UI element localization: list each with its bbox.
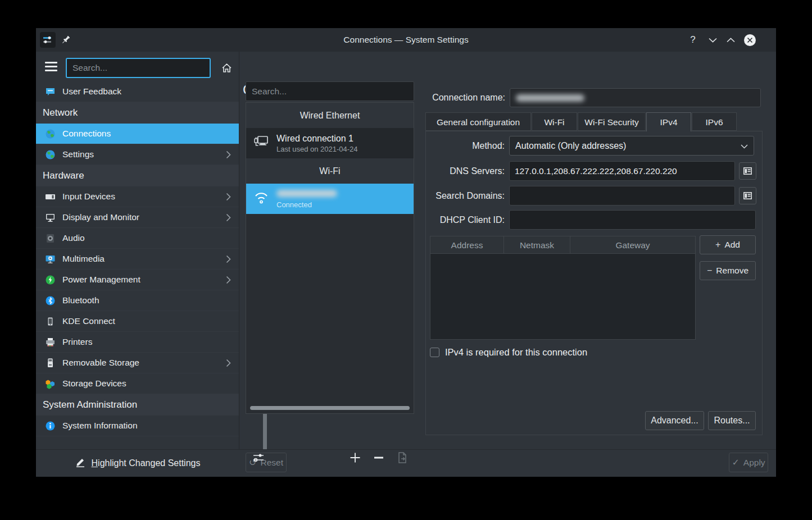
- wired-network-icon: [253, 134, 270, 152]
- search-domains-input[interactable]: [509, 186, 735, 206]
- apply-button[interactable]: ✓Apply: [729, 453, 768, 472]
- tab-wifi[interactable]: Wi-Fi: [532, 112, 577, 131]
- connection-title: Wired connection 1: [276, 134, 358, 144]
- check-icon: ✓: [732, 457, 739, 468]
- power-icon: [45, 275, 56, 285]
- sidebar-section-network: Network: [36, 102, 239, 124]
- sidebar-item-network-settings[interactable]: Settings: [36, 144, 239, 165]
- feedback-icon: [45, 86, 56, 97]
- routes-button[interactable]: Routes...: [708, 411, 756, 430]
- sidebar-section-hardware: Hardware: [36, 165, 239, 186]
- globe-icon: [45, 129, 56, 139]
- ipv4-required-checkbox-row[interactable]: IPv4 is required for this connection: [430, 347, 587, 358]
- connection-subtitle: Connected: [276, 200, 337, 209]
- sidebar-item-connections[interactable]: Connections: [36, 124, 239, 144]
- column-gateway: Gateway: [570, 236, 696, 254]
- addresses-table-header: Address Netmask Gateway: [430, 236, 696, 254]
- remove-connection-icon[interactable]: [371, 450, 386, 465]
- phone-icon: [45, 316, 56, 327]
- connection-search-input[interactable]: [246, 81, 414, 101]
- group-header-wired: Wired Ethernet: [246, 103, 414, 128]
- sidebar-search-input[interactable]: [66, 58, 211, 78]
- titlebar[interactable]: Connections — System Settings ?: [36, 28, 776, 52]
- configure-connection-icon[interactable]: [251, 450, 266, 465]
- tab-wifi-security[interactable]: Wi-Fi Security: [578, 112, 646, 131]
- checkbox-unchecked[interactable]: [430, 348, 439, 357]
- menu-icon[interactable]: [45, 62, 57, 71]
- minimize-button[interactable]: [705, 33, 720, 47]
- list-edit-icon: [743, 167, 752, 175]
- sidebar-item-system-information[interactable]: System Information: [36, 416, 239, 436]
- panel-divider: [239, 52, 239, 449]
- dhcp-client-id-label: DHCP Client ID:: [429, 210, 505, 230]
- chevron-right-icon: [226, 276, 231, 286]
- method-label: Method:: [429, 136, 505, 156]
- bluetooth-icon: [45, 295, 56, 306]
- close-icon: [744, 34, 756, 46]
- dns-servers-label: DNS Servers:: [429, 161, 505, 181]
- addresses-table-body[interactable]: [430, 254, 696, 340]
- plus-icon: +: [715, 240, 720, 250]
- close-button[interactable]: [742, 33, 757, 47]
- chevron-down-icon: [741, 141, 748, 151]
- add-address-button[interactable]: +Add: [700, 235, 756, 254]
- dns-servers-input[interactable]: [509, 161, 735, 181]
- speaker-icon: [45, 233, 56, 244]
- column-address: Address: [430, 236, 504, 254]
- ipv4-required-label: IPv4 is required for this connection: [445, 347, 587, 358]
- multimedia-icon: [45, 254, 56, 264]
- connection-item-wired[interactable]: Wired connection 1 Last used on 2021-04-…: [246, 128, 414, 158]
- keyboard-icon: [45, 191, 56, 202]
- group-header-wifi: Wi-Fi: [246, 158, 414, 184]
- connection-name-input[interactable]: [510, 88, 761, 107]
- tab-general-configuration[interactable]: General configuration: [425, 112, 531, 131]
- sidebar-item-kde-connect[interactable]: KDE Connect: [36, 311, 239, 332]
- wifi-icon: [253, 190, 270, 208]
- chevron-right-icon: [226, 359, 231, 370]
- connection-name-label: Connection name:: [425, 88, 505, 107]
- edit-domains-list-button[interactable]: [739, 187, 756, 204]
- chevron-right-icon: [226, 193, 231, 203]
- tab-ipv4[interactable]: IPv4: [646, 112, 691, 131]
- usb-icon: [45, 358, 56, 368]
- sidebar-item-user-feedback[interactable]: User Feedback: [36, 81, 239, 102]
- connection-toolbar: [246, 448, 414, 468]
- method-dropdown[interactable]: Automatic (Only addresses): [509, 136, 754, 156]
- sidebar-item-printers[interactable]: Printers: [36, 332, 239, 353]
- sidebar: User Feedback Network Connections Settin…: [36, 81, 239, 436]
- search-domains-label: Search Domains:: [429, 186, 505, 206]
- sidebar-item-storage-devices[interactable]: Storage Devices: [36, 373, 239, 394]
- remove-address-button[interactable]: −Remove: [700, 261, 756, 280]
- sidebar-item-power-management[interactable]: Power Management: [36, 270, 239, 290]
- connection-item-wifi[interactable]: Connected: [246, 184, 414, 214]
- system-settings-window: Connections — System Settings ? Connecti…: [36, 28, 776, 477]
- sidebar-item-display-monitor[interactable]: Display and Monitor: [36, 207, 239, 228]
- connection-list-hscrollbar[interactable]: [250, 406, 410, 410]
- sidebar-item-audio[interactable]: Audio: [36, 228, 239, 249]
- chevron-right-icon: [226, 255, 231, 266]
- chevron-right-icon: [226, 150, 231, 161]
- chevron-right-icon: [226, 213, 231, 224]
- globe-icon: [45, 149, 56, 160]
- tab-ipv6[interactable]: IPv6: [692, 112, 737, 131]
- sidebar-item-multimedia[interactable]: Multimedia: [36, 249, 239, 270]
- list-edit-icon: [743, 192, 752, 199]
- storage-icon: [45, 378, 56, 389]
- edit-dns-list-button[interactable]: [739, 162, 756, 180]
- dhcp-client-id-input[interactable]: [509, 210, 756, 230]
- advanced-button[interactable]: Advanced...: [645, 411, 704, 430]
- export-connection-icon[interactable]: [395, 450, 410, 465]
- maximize-button[interactable]: [723, 33, 738, 47]
- redacted-wifi-name: [276, 189, 337, 199]
- minus-icon: −: [707, 266, 712, 276]
- help-button[interactable]: ?: [686, 33, 700, 47]
- highlight-changed-settings[interactable]: Highlight Changed Settings: [36, 449, 239, 477]
- add-connection-icon[interactable]: [348, 450, 362, 465]
- sidebar-section-system-administration: System Administration: [36, 394, 239, 416]
- sidebar-item-bluetooth[interactable]: Bluetooth: [36, 290, 239, 311]
- sidebar-item-removable-storage[interactable]: Removable Storage: [36, 353, 239, 373]
- sidebar-item-input-devices[interactable]: Input Devices: [36, 186, 239, 207]
- connection-list: Wired Ethernet Wired connection 1 Last u…: [246, 102, 414, 414]
- home-icon[interactable]: [221, 62, 233, 76]
- connection-subtitle: Last used on 2021-04-24: [276, 145, 358, 153]
